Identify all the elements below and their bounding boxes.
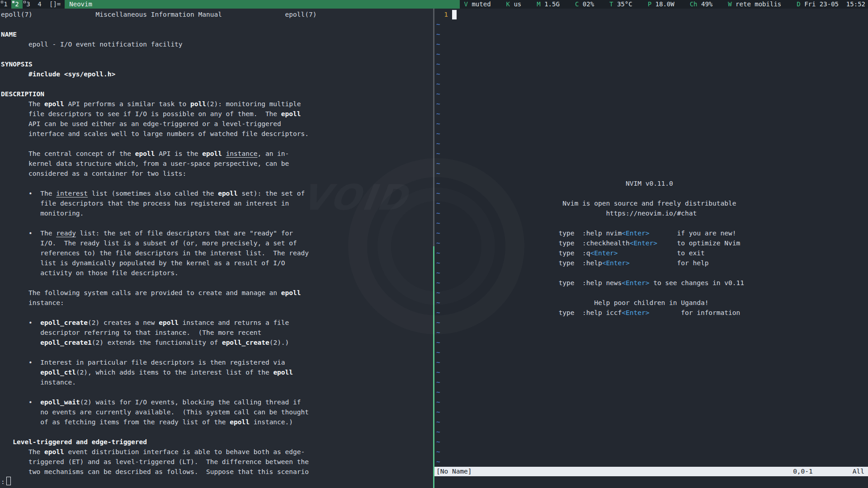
man-page-line: The following system calls are provided …: [1, 288, 433, 298]
tilde-marker: ~: [436, 19, 440, 29]
tilde-marker: ~: [436, 318, 440, 328]
tag-client-indicator: [12, 1, 14, 3]
tilde-marker: ~: [436, 268, 440, 278]
nvim-intro-line: https://neovim.io/#chat: [436, 208, 697, 218]
tilde-marker: ~: [436, 437, 440, 447]
man-page-line: file descriptors that the process has re…: [1, 198, 433, 208]
nvim-intro-line: type :q<Enter> to exit: [436, 248, 740, 258]
tilde-marker: ~: [436, 328, 440, 338]
man-page-line: [1, 139, 433, 149]
focused-window-title: Neovim: [65, 0, 459, 9]
man-page-line: list is dynamically populated by the ker…: [1, 258, 433, 268]
man-page-line: The epoll event distribution interface i…: [1, 447, 433, 457]
man-page-line: #include <sys/epoll.h>: [1, 69, 433, 79]
workspace-tag-1[interactable]: 1: [0, 0, 11, 9]
man-page-line: [1, 49, 433, 59]
tilde-marker: ~: [436, 417, 440, 427]
man-page-line: [1, 347, 433, 357]
workspace-tag-4[interactable]: 4: [34, 0, 45, 9]
tilde-marker: ~: [436, 109, 440, 119]
status-cpu: C 02%: [575, 0, 594, 9]
line-number: 1: [436, 9, 448, 19]
tilde-marker: ~: [436, 338, 440, 347]
man-page-line: • The ready list: the set of file descri…: [1, 228, 433, 238]
terminal-man-page-window[interactable]: epoll(7) Miscellaneous Information Manua…: [0, 9, 433, 488]
nvim-intro-line: type :checkhealth<Enter> to optimize Nvi…: [436, 238, 740, 248]
terminal-cursor-unfocused: [6, 477, 11, 485]
nvim-intro-line: Help poor children in Uganda!: [436, 298, 708, 308]
man-page-line: I/O. The ready list is a subset of (or, …: [1, 238, 433, 248]
cursor-position-ruler: 0,0-1: [793, 467, 813, 476]
nvim-statusline: [No Name] 0,0-1 All: [434, 467, 868, 476]
man-page-line: triggered (ET) and as level-triggered (L…: [1, 457, 433, 467]
status-power: P 18.0W: [648, 0, 675, 9]
status-temperature: T 35°C: [609, 0, 632, 9]
man-page-line: of as fetching items from the ready list…: [1, 417, 433, 427]
tilde-marker: ~: [436, 188, 440, 198]
man-page-line: two mechanisms can be described as follo…: [1, 467, 433, 477]
man-page-line: The central concept of the epoll API is …: [1, 149, 433, 159]
tilde-marker: ~: [436, 288, 440, 298]
pager-prompt-line: :: [0, 477, 433, 487]
man-page-line: SYNOPSIS: [1, 59, 433, 69]
man-page-line: • epoll_create(2) creates a new epoll in…: [1, 318, 433, 328]
tilde-marker: ~: [436, 129, 440, 139]
tilde-marker: ~: [436, 218, 440, 228]
man-page-line: references to) the file descriptors in t…: [1, 248, 433, 258]
tilde-marker: ~: [436, 347, 440, 357]
man-page-line: considered as a container for two lists:: [1, 169, 433, 178]
man-page-line: [1, 218, 433, 228]
tilde-marker: ~: [436, 377, 440, 387]
nvim-intro-line: Nvim is open source and freely distribut…: [436, 198, 736, 208]
tilde-marker: ~: [436, 29, 440, 39]
tilde-marker: ~: [436, 49, 440, 59]
layout-symbol[interactable]: []=: [45, 0, 65, 9]
tilde-marker: ~: [436, 79, 440, 89]
tilde-marker: ~: [436, 99, 440, 109]
neovim-window[interactable]: 1 ~~~~~~~~~~~~~~~~~~~~~~~~~~~~~~~~~~~~~~…: [434, 9, 868, 488]
man-page-line: DESCRIPTION: [1, 89, 433, 99]
tilde-marker: ~: [436, 407, 440, 417]
tilde-marker: ~: [436, 367, 440, 377]
tilde-marker: ~: [436, 357, 440, 367]
status-memory: M 1.5G: [537, 0, 560, 9]
man-page-line: activity on those file descriptors.: [1, 268, 433, 278]
window-border-green-focused[interactable]: [433, 246, 434, 488]
man-page-line: no events are currently available. (This…: [1, 407, 433, 417]
man-page-text: epoll(7) Miscellaneous Information Manua…: [0, 9, 433, 477]
man-page-line: API can be used either as an edge-trigge…: [1, 119, 433, 129]
man-page-line: Level-triggered and edge-triggered: [1, 437, 433, 447]
man-page-line: [1, 79, 433, 89]
nvim-intro-line: type :help iccf<Enter> for information: [436, 308, 744, 318]
man-page-line: instance:: [1, 298, 433, 308]
man-page-line: [1, 178, 433, 188]
tilde-marker: ~: [436, 447, 440, 457]
workspace-tags: 1234: [0, 0, 45, 9]
workspace-tag-2[interactable]: 2: [11, 0, 23, 9]
status-keyboard: K us: [506, 0, 522, 9]
man-page-line: NAME: [1, 29, 433, 39]
man-page-line: • Interest in particular file descriptor…: [1, 357, 433, 367]
man-page-line: [1, 308, 433, 318]
tilde-marker: ~: [436, 397, 440, 407]
tilde-marker: ~: [436, 159, 440, 169]
man-page-line: file descriptors to see if I/O is possib…: [1, 109, 433, 119]
tilde-marker: ~: [436, 69, 440, 79]
tilde-marker: ~: [436, 59, 440, 69]
man-page-line: epoll_ctl(2), which adds items to the in…: [1, 367, 433, 377]
tilde-marker: ~: [436, 119, 440, 129]
tilde-marker: ~: [436, 427, 440, 437]
tag-client-indicator: [24, 1, 26, 3]
scroll-indicator: All: [853, 467, 864, 476]
tilde-marker: ~: [436, 89, 440, 99]
workspace-tag-3[interactable]: 3: [23, 0, 34, 9]
status-volume: V muted: [464, 0, 491, 9]
man-page-line: epoll(7) Miscellaneous Information Manua…: [1, 9, 433, 19]
status-modules: V mutedK usM 1.5GC 02%T 35°CP 18.0WCh 49…: [460, 0, 868, 9]
man-page-line: interface and scales well to large numbe…: [1, 129, 433, 139]
status-date: D Fri 23-05 15:52: [797, 0, 865, 9]
tilde-marker: ~: [436, 149, 440, 159]
man-page-line: • epoll_wait(2) waits for I/O events, bl…: [1, 397, 433, 407]
buffer-name: [No Name]: [436, 467, 472, 476]
window-border-gray[interactable]: [433, 9, 434, 246]
